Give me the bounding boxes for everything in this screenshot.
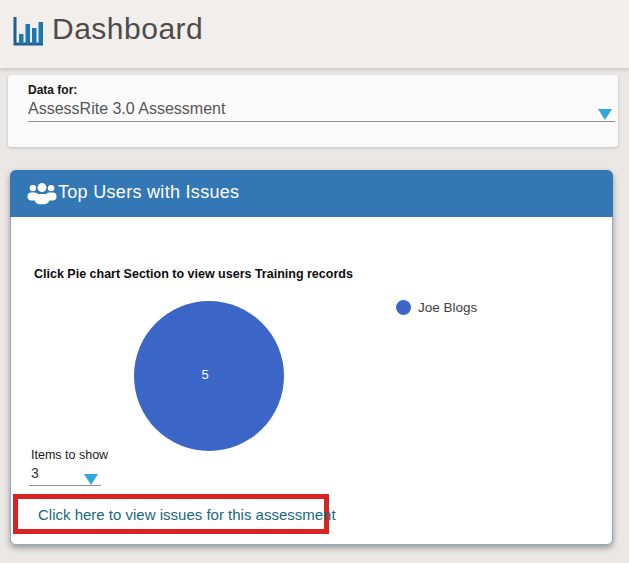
- assessment-select-value[interactable]: AssessRite 3.0 Assessment: [28, 100, 225, 118]
- top-users-panel: Top Users with Issues Click Pie chart Se…: [10, 170, 613, 545]
- pie-chart[interactable]: 5: [134, 301, 284, 451]
- pie-slice-value: 5: [201, 367, 208, 382]
- legend-color-dot: [396, 300, 411, 315]
- chart-legend: Joe Blogs: [396, 299, 477, 315]
- dashboard-page: Dashboard Data for: AssessRite 3.0 Asses…: [0, 0, 629, 563]
- items-to-show-label: Items to show: [31, 448, 108, 462]
- panel-header: Top Users with Issues: [10, 170, 613, 217]
- select-underline: [29, 485, 101, 486]
- bar-chart-icon: [10, 15, 44, 49]
- page-title: Dashboard: [52, 12, 203, 46]
- data-for-card: Data for: AssessRite 3.0 Assessment: [8, 75, 618, 147]
- annotation-highlight-box: Click here to view issues for this asses…: [13, 494, 329, 534]
- chevron-down-icon[interactable]: [598, 109, 612, 120]
- view-issues-link[interactable]: Click here to view issues for this asses…: [18, 506, 336, 523]
- panel-title: Top Users with Issues: [58, 182, 239, 203]
- users-icon: [27, 182, 57, 206]
- app-header: Dashboard: [0, 0, 629, 68]
- chevron-down-icon[interactable]: [84, 474, 98, 485]
- data-for-label: Data for:: [28, 83, 77, 97]
- pie-instruction-text: Click Pie chart Section to view users Tr…: [34, 267, 353, 281]
- items-to-show-select-value[interactable]: 3: [31, 465, 39, 481]
- legend-label: Joe Blogs: [418, 300, 477, 315]
- select-underline: [28, 121, 615, 122]
